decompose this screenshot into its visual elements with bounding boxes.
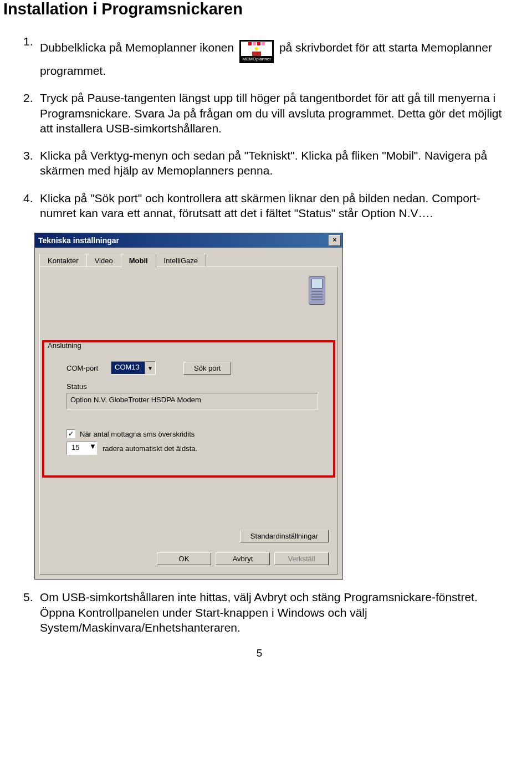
step-4: 4. Klicka på "Sök port" och kontrollera … <box>23 191 515 221</box>
step-number: 1. <box>23 34 40 49</box>
step-1: 1. Dubbelklicka på Memoplanner ikonen ME… <box>23 34 515 78</box>
memoplanner-icon: MEMOplanner <box>239 34 274 63</box>
close-button[interactable]: × <box>329 235 341 246</box>
step-1-text-a: Dubbelklicka på Memoplanner ikonen <box>40 41 234 54</box>
memoplanner-icon-label: MEMOplanner <box>241 56 272 62</box>
sms-count-label: radera automatiskt det äldsta. <box>103 444 197 453</box>
step-5-text: Om USB-simkortshållaren inte hittas, väl… <box>40 590 515 635</box>
group-label-anslutning: Anslutning <box>48 341 81 350</box>
comport-select[interactable]: COM13 ▼ <box>111 361 156 375</box>
step-2: 2. Tryck på Pause-tangenten längst upp t… <box>23 90 515 136</box>
sms-overskrid-label: När antal mottagna sms överskridits <box>80 430 195 438</box>
tab-kontakter[interactable]: Kontakter <box>39 254 87 267</box>
step-number: 2. <box>23 90 40 105</box>
step-number: 5. <box>23 590 40 604</box>
tab-panel-mobil: Anslutning COM-port COM13 ▼ Sök port Sta… <box>39 267 338 575</box>
step-4-text: Klicka på "Sök port" och kontrollera att… <box>40 191 515 221</box>
status-value: Option N.V. GlobeTrotter HSDPA Modem <box>66 393 318 409</box>
ok-button[interactable]: OK <box>157 552 211 565</box>
chevron-down-icon[interactable]: ▼ <box>145 362 155 374</box>
sms-count-value: 15 <box>67 442 89 454</box>
dialog-titlebar: Tekniska inställningar × <box>35 233 342 248</box>
tab-strip: Kontakter Video Mobil IntelliGaze <box>35 248 342 267</box>
standard-settings-button[interactable]: Standardinställningar <box>240 530 329 542</box>
step-number: 4. <box>23 191 40 206</box>
page-title: Installation i Programsnickaren <box>3 0 515 18</box>
step-5: 5. Om USB-simkortshållaren inte hittas, … <box>23 590 515 635</box>
sms-overskrid-checkbox[interactable]: ✓ <box>66 429 75 438</box>
tab-video[interactable]: Video <box>86 254 121 267</box>
tab-mobil[interactable]: Mobil <box>121 254 156 267</box>
sok-port-button[interactable]: Sök port <box>183 362 231 375</box>
verkstall-button: Verkställ <box>274 552 329 565</box>
tab-intelligaze[interactable]: IntelliGaze <box>156 254 206 267</box>
avbryt-button[interactable]: Avbryt <box>216 552 270 565</box>
settings-dialog: Tekniska inställningar × Kontakter Video… <box>34 233 343 580</box>
status-label: Status <box>66 382 326 391</box>
step-2-text: Tryck på Pause-tangenten längst upp till… <box>40 90 515 136</box>
step-number: 3. <box>23 148 40 163</box>
step-3: 3. Klicka på Verktyg-menyn och sedan på … <box>23 148 515 178</box>
sms-count-spinner[interactable]: 15 ▼ <box>66 442 97 455</box>
dialog-title: Tekniska inställningar <box>38 236 119 245</box>
phone-icon <box>309 276 325 305</box>
chevron-down-icon[interactable]: ▼ <box>89 442 96 454</box>
step-3-text: Klicka på Verktyg-menyn och sedan på "Te… <box>40 148 515 178</box>
comport-value: COM13 <box>111 362 145 374</box>
page-number: 5 <box>3 647 515 659</box>
comport-label: COM-port <box>66 364 105 372</box>
highlighted-connection-group: Anslutning COM-port COM13 ▼ Sök port Sta… <box>42 340 335 478</box>
